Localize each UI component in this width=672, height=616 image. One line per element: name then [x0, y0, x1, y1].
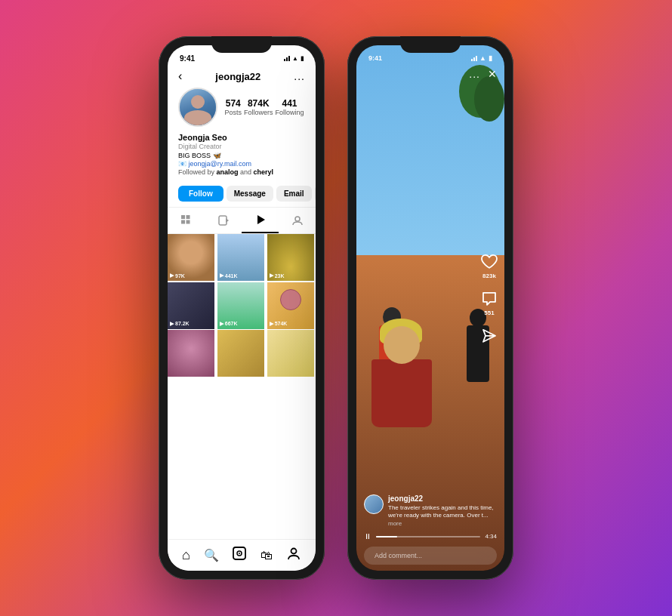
signal-icon-left: [284, 55, 290, 61]
time-right: 9:41: [368, 54, 382, 62]
profile-name: Jeongja Seo: [178, 133, 305, 142]
battery-icon-right: ▮: [489, 54, 492, 62]
video-progress-bar: ⏸ 4:34: [356, 532, 504, 544]
tab-igtv[interactable]: [205, 208, 242, 233]
caption-more[interactable]: more: [388, 520, 402, 527]
svg-rect-4: [219, 216, 227, 225]
followers-stat[interactable]: 874K Followers: [244, 98, 273, 116]
message-button[interactable]: Message: [227, 186, 273, 202]
video-user-info: jeongja22 The traveler strikes again and…: [356, 494, 504, 532]
action-buttons: Follow Message Email ˅: [168, 180, 316, 207]
video-top-actions: ... ✕: [469, 68, 497, 80]
screen-left: 9:41 ▲ ▮ ‹ jeongja22 ...: [168, 45, 316, 571]
video-more-button[interactable]: ...: [469, 68, 480, 80]
comment-icon[interactable]: [480, 290, 498, 308]
profile-info: Jeongja Seo Digital Creator BIG BOSS 🦋 📧…: [168, 133, 316, 180]
time-left: 9:41: [180, 54, 195, 63]
svg-marker-5: [226, 218, 229, 223]
svg-rect-3: [186, 220, 190, 224]
signal-icon-right: [471, 55, 477, 61]
more-button[interactable]: ...: [294, 70, 305, 82]
wifi-icon-left: ▲: [292, 55, 298, 62]
svg-rect-1: [186, 215, 190, 219]
email-button[interactable]: Email: [276, 186, 312, 202]
svg-point-11: [291, 549, 297, 554]
followers-count: 874K: [244, 98, 273, 109]
content-grid: ▶ 97K ▶ 441K ▶ 23K ▶ 87.2K ▶ 667K: [168, 234, 316, 377]
following-stat[interactable]: 441 Following: [275, 98, 304, 116]
tab-tagged[interactable]: [279, 208, 316, 233]
following-label: Following: [275, 109, 304, 116]
profile-email[interactable]: 📧 jeongja@ry.mail.com: [178, 160, 305, 168]
svg-point-7: [295, 217, 300, 221]
battery-icon-left: ▮: [301, 55, 304, 62]
avatar[interactable]: [178, 88, 217, 127]
more-action-button[interactable]: ˅: [315, 185, 316, 202]
stats-group: 574 Posts 874K Followers 441 Following: [223, 98, 305, 116]
share-action[interactable]: [480, 327, 498, 345]
nav-profile[interactable]: [286, 546, 301, 565]
grid-count: ▶ 667K: [220, 321, 238, 327]
grid-item[interactable]: [168, 330, 214, 377]
nav-shop[interactable]: 🛍: [260, 549, 273, 562]
grid-item[interactable]: ▶ 441K: [217, 234, 264, 281]
nav-reels[interactable]: [232, 546, 247, 565]
phones-container: 9:41 ▲ ▮ ‹ jeongja22 ...: [159, 36, 513, 580]
comment-input[interactable]: Add comment...: [364, 547, 497, 565]
profile-stats-row: 574 Posts 874K Followers 441 Following: [168, 88, 316, 133]
nav-home[interactable]: ⌂: [182, 547, 190, 563]
back-button[interactable]: ‹: [178, 69, 182, 83]
grid-count: ▶ 87.2K: [170, 321, 190, 327]
video-status-icons: ▲ ▮: [471, 54, 492, 62]
phone-left: 9:41 ▲ ▮ ‹ jeongja22 ...: [159, 36, 325, 580]
like-action[interactable]: 823k: [480, 253, 498, 279]
grid-item[interactable]: ▶ 97K: [168, 234, 214, 281]
svg-point-10: [239, 553, 240, 554]
tab-grid[interactable]: [168, 208, 205, 233]
svg-marker-6: [257, 215, 265, 224]
progress-fill: [376, 536, 397, 537]
notch-left: [211, 36, 272, 53]
posts-label: Posts: [224, 109, 242, 116]
nav-search[interactable]: 🔍: [204, 548, 219, 562]
video-status-bar: 9:41 ▲ ▮: [356, 45, 504, 66]
video-close-button[interactable]: ✕: [488, 68, 497, 80]
bottom-nav: ⌂ 🔍 🛍: [168, 539, 316, 571]
grid-count: ▶ 574K: [270, 321, 288, 327]
profile-bio: BIG BOSS 🦋: [178, 152, 305, 159]
svg-rect-2: [181, 220, 185, 224]
progress-track[interactable]: [376, 536, 480, 537]
posts-stat: 574 Posts: [224, 98, 242, 116]
grid-item[interactable]: [217, 330, 264, 377]
grid-item[interactable]: ▶ 574K: [267, 282, 314, 329]
grid-item[interactable]: ▶ 667K: [217, 282, 264, 329]
comment-count: 551: [484, 310, 494, 316]
username-header: jeongja22: [215, 71, 260, 82]
tab-reels[interactable]: [242, 208, 279, 233]
screen-right: 9:41 ▲ ▮ ... ✕: [356, 45, 504, 571]
video-caption: The traveler strikes again and this time…: [388, 504, 497, 528]
grid-count: ▶ 97K: [170, 273, 185, 279]
video-avatar[interactable]: [364, 494, 384, 514]
followers-label: Followers: [244, 109, 273, 116]
follow-button[interactable]: Follow: [178, 186, 223, 202]
comment-action[interactable]: 551: [480, 290, 498, 316]
pause-button[interactable]: ⏸: [364, 532, 371, 541]
heart-icon[interactable]: [480, 253, 498, 271]
grid-count: ▶ 441K: [220, 273, 238, 279]
svg-rect-0: [181, 215, 185, 219]
status-icons-left: ▲ ▮: [284, 55, 304, 62]
send-icon[interactable]: [480, 327, 498, 345]
grid-item[interactable]: ▶ 87.2K: [168, 282, 214, 329]
grid-item[interactable]: ▶ 23K: [267, 234, 314, 281]
grid-count: ▶ 23K: [270, 273, 285, 279]
profile-header: ‹ jeongja22 ...: [168, 66, 316, 88]
video-username[interactable]: jeongja22: [388, 494, 497, 503]
following-count: 441: [275, 98, 304, 109]
profile-followed-by: Followed by analog and cheryl: [178, 168, 305, 176]
video-time: 4:34: [485, 533, 497, 540]
grid-item[interactable]: [267, 330, 314, 377]
like-count: 823k: [482, 273, 496, 279]
figure-front: [371, 323, 432, 427]
right-actions: 823k 551: [480, 253, 498, 345]
